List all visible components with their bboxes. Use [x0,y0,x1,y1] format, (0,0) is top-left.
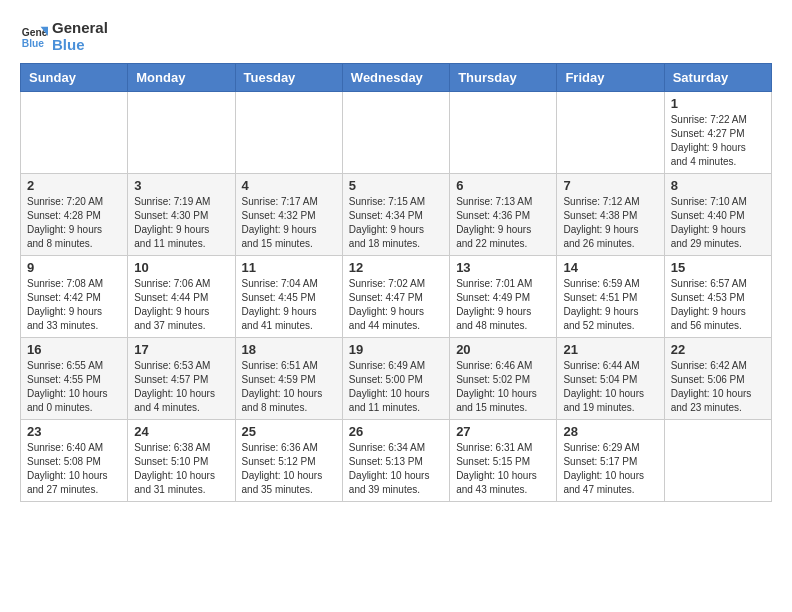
weekday-header-thursday: Thursday [450,64,557,92]
calendar-cell: 28Sunrise: 6:29 AM Sunset: 5:17 PM Dayli… [557,420,664,502]
day-number: 26 [349,424,443,439]
day-number: 12 [349,260,443,275]
day-info: Sunrise: 6:38 AM Sunset: 5:10 PM Dayligh… [134,441,228,497]
header: General Blue General Blue [20,20,772,53]
day-info: Sunrise: 7:17 AM Sunset: 4:32 PM Dayligh… [242,195,336,251]
weekday-header-sunday: Sunday [21,64,128,92]
calendar-week-row: 16Sunrise: 6:55 AM Sunset: 4:55 PM Dayli… [21,338,772,420]
day-number: 24 [134,424,228,439]
logo: General Blue General Blue [20,20,108,53]
calendar-cell [664,420,771,502]
day-info: Sunrise: 6:29 AM Sunset: 5:17 PM Dayligh… [563,441,657,497]
calendar-table: SundayMondayTuesdayWednesdayThursdayFrid… [20,63,772,502]
day-number: 4 [242,178,336,193]
calendar-cell [128,92,235,174]
calendar-cell: 7Sunrise: 7:12 AM Sunset: 4:38 PM Daylig… [557,174,664,256]
day-info: Sunrise: 6:36 AM Sunset: 5:12 PM Dayligh… [242,441,336,497]
weekday-header-tuesday: Tuesday [235,64,342,92]
calendar-cell [21,92,128,174]
day-number: 6 [456,178,550,193]
calendar-cell: 18Sunrise: 6:51 AM Sunset: 4:59 PM Dayli… [235,338,342,420]
day-number: 22 [671,342,765,357]
calendar-cell: 11Sunrise: 7:04 AM Sunset: 4:45 PM Dayli… [235,256,342,338]
calendar-cell: 12Sunrise: 7:02 AM Sunset: 4:47 PM Dayli… [342,256,449,338]
day-info: Sunrise: 7:04 AM Sunset: 4:45 PM Dayligh… [242,277,336,333]
svg-text:Blue: Blue [22,38,45,49]
day-info: Sunrise: 7:01 AM Sunset: 4:49 PM Dayligh… [456,277,550,333]
calendar-cell: 24Sunrise: 6:38 AM Sunset: 5:10 PM Dayli… [128,420,235,502]
calendar-week-row: 9Sunrise: 7:08 AM Sunset: 4:42 PM Daylig… [21,256,772,338]
calendar-cell: 1Sunrise: 7:22 AM Sunset: 4:27 PM Daylig… [664,92,771,174]
calendar-cell [557,92,664,174]
day-info: Sunrise: 6:55 AM Sunset: 4:55 PM Dayligh… [27,359,121,415]
day-number: 21 [563,342,657,357]
weekday-header-row: SundayMondayTuesdayWednesdayThursdayFrid… [21,64,772,92]
day-number: 15 [671,260,765,275]
calendar-week-row: 1Sunrise: 7:22 AM Sunset: 4:27 PM Daylig… [21,92,772,174]
calendar-cell [450,92,557,174]
calendar-cell: 13Sunrise: 7:01 AM Sunset: 4:49 PM Dayli… [450,256,557,338]
day-number: 9 [27,260,121,275]
day-number: 3 [134,178,228,193]
day-info: Sunrise: 7:12 AM Sunset: 4:38 PM Dayligh… [563,195,657,251]
day-number: 13 [456,260,550,275]
weekday-header-monday: Monday [128,64,235,92]
calendar-cell: 8Sunrise: 7:10 AM Sunset: 4:40 PM Daylig… [664,174,771,256]
day-info: Sunrise: 6:40 AM Sunset: 5:08 PM Dayligh… [27,441,121,497]
day-info: Sunrise: 6:51 AM Sunset: 4:59 PM Dayligh… [242,359,336,415]
day-info: Sunrise: 6:34 AM Sunset: 5:13 PM Dayligh… [349,441,443,497]
calendar-cell: 4Sunrise: 7:17 AM Sunset: 4:32 PM Daylig… [235,174,342,256]
day-number: 11 [242,260,336,275]
day-info: Sunrise: 7:08 AM Sunset: 4:42 PM Dayligh… [27,277,121,333]
day-number: 2 [27,178,121,193]
calendar-cell: 14Sunrise: 6:59 AM Sunset: 4:51 PM Dayli… [557,256,664,338]
day-info: Sunrise: 6:57 AM Sunset: 4:53 PM Dayligh… [671,277,765,333]
calendar-week-row: 23Sunrise: 6:40 AM Sunset: 5:08 PM Dayli… [21,420,772,502]
day-info: Sunrise: 7:02 AM Sunset: 4:47 PM Dayligh… [349,277,443,333]
weekday-header-wednesday: Wednesday [342,64,449,92]
calendar-cell: 6Sunrise: 7:13 AM Sunset: 4:36 PM Daylig… [450,174,557,256]
day-number: 28 [563,424,657,439]
logo-blue-text: Blue [52,37,108,54]
calendar-cell: 23Sunrise: 6:40 AM Sunset: 5:08 PM Dayli… [21,420,128,502]
day-info: Sunrise: 6:42 AM Sunset: 5:06 PM Dayligh… [671,359,765,415]
logo-icon: General Blue [20,23,48,51]
day-info: Sunrise: 7:13 AM Sunset: 4:36 PM Dayligh… [456,195,550,251]
weekday-header-saturday: Saturday [664,64,771,92]
calendar-cell: 5Sunrise: 7:15 AM Sunset: 4:34 PM Daylig… [342,174,449,256]
day-info: Sunrise: 6:44 AM Sunset: 5:04 PM Dayligh… [563,359,657,415]
day-info: Sunrise: 6:59 AM Sunset: 4:51 PM Dayligh… [563,277,657,333]
day-number: 14 [563,260,657,275]
day-number: 18 [242,342,336,357]
day-info: Sunrise: 7:19 AM Sunset: 4:30 PM Dayligh… [134,195,228,251]
day-number: 5 [349,178,443,193]
day-number: 17 [134,342,228,357]
calendar-cell: 22Sunrise: 6:42 AM Sunset: 5:06 PM Dayli… [664,338,771,420]
day-info: Sunrise: 6:31 AM Sunset: 5:15 PM Dayligh… [456,441,550,497]
calendar-cell [342,92,449,174]
calendar-cell: 15Sunrise: 6:57 AM Sunset: 4:53 PM Dayli… [664,256,771,338]
day-number: 8 [671,178,765,193]
calendar-cell: 21Sunrise: 6:44 AM Sunset: 5:04 PM Dayli… [557,338,664,420]
day-number: 27 [456,424,550,439]
calendar-cell: 10Sunrise: 7:06 AM Sunset: 4:44 PM Dayli… [128,256,235,338]
day-number: 16 [27,342,121,357]
calendar-cell: 16Sunrise: 6:55 AM Sunset: 4:55 PM Dayli… [21,338,128,420]
day-info: Sunrise: 6:46 AM Sunset: 5:02 PM Dayligh… [456,359,550,415]
day-number: 23 [27,424,121,439]
day-number: 20 [456,342,550,357]
calendar-week-row: 2Sunrise: 7:20 AM Sunset: 4:28 PM Daylig… [21,174,772,256]
day-info: Sunrise: 7:06 AM Sunset: 4:44 PM Dayligh… [134,277,228,333]
day-number: 7 [563,178,657,193]
calendar-cell: 19Sunrise: 6:49 AM Sunset: 5:00 PM Dayli… [342,338,449,420]
day-number: 25 [242,424,336,439]
day-number: 19 [349,342,443,357]
calendar-cell: 27Sunrise: 6:31 AM Sunset: 5:15 PM Dayli… [450,420,557,502]
day-info: Sunrise: 7:15 AM Sunset: 4:34 PM Dayligh… [349,195,443,251]
calendar-cell: 9Sunrise: 7:08 AM Sunset: 4:42 PM Daylig… [21,256,128,338]
logo-general-text: General [52,20,108,37]
calendar-cell: 20Sunrise: 6:46 AM Sunset: 5:02 PM Dayli… [450,338,557,420]
calendar-cell: 26Sunrise: 6:34 AM Sunset: 5:13 PM Dayli… [342,420,449,502]
day-info: Sunrise: 7:20 AM Sunset: 4:28 PM Dayligh… [27,195,121,251]
day-number: 1 [671,96,765,111]
